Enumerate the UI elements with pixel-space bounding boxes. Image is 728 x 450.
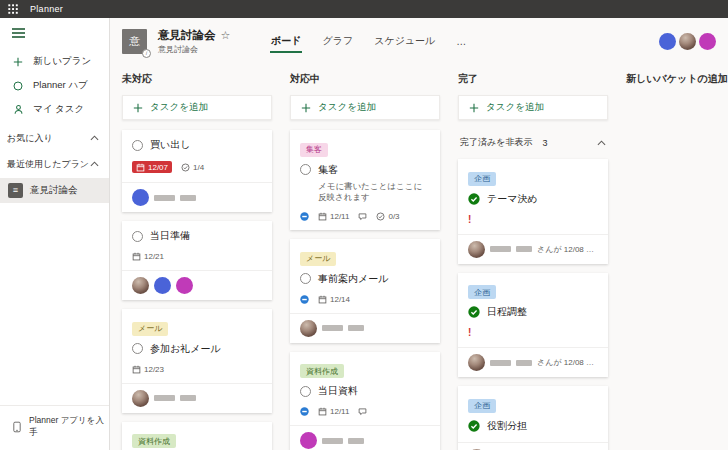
section-label: 最近使用したプラン [7,158,89,171]
tab-more[interactable]: … [455,31,467,52]
badge-row: 12/071/4 [132,161,262,173]
redacted-name [322,325,343,331]
priority-icon: ! [468,215,471,225]
task-card[interactable]: 買い出し12/071/4 [122,130,272,212]
board: 未対応タスクを追加買い出し12/071/4当日準備12/21メール参加お礼メール… [110,64,728,450]
favorite-star-icon[interactable]: ☆ [221,29,231,42]
bucket-title: 未対応 [122,72,272,86]
tab-charts[interactable]: グラフ [321,29,354,53]
add-bucket-button[interactable]: 新しいバケットの追加 [626,72,728,86]
completed-check-icon[interactable] [468,193,480,205]
due-date-badge: 12/11 [318,407,349,416]
card-footer [122,270,272,300]
task-title: 集客 [318,163,338,177]
bucket-title: 完了 [458,72,608,86]
badge-row: ! [468,215,598,225]
sidebar-item-label: マイ タスク [33,103,84,116]
task-title: 日程調整 [487,305,527,319]
task-complete-circle[interactable] [132,231,143,242]
completed-check-icon[interactable] [468,306,480,318]
card-footer [290,425,440,450]
member-avatar[interactable] [659,33,676,50]
task-card[interactable]: 当日準備12/21 [122,221,272,300]
add-task-button[interactable]: タスクを追加 [122,95,272,120]
card-footer [290,313,440,343]
hide-completed-label: 完了済みを非表示 [460,136,532,149]
get-planner-app-link[interactable]: Planner アプリを入手 [0,405,109,450]
task-title: 当日資料 [318,384,358,398]
plan-members[interactable] [659,33,716,50]
view-tabs: ボードグラフスケジュール… [270,29,467,53]
redacted-name [516,360,532,366]
task-card[interactable]: 企画日程調整!さんが 12/08 に完了... [458,273,608,378]
task-complete-circle[interactable] [132,140,143,151]
due-date-badge-overdue: 12/07 [132,161,172,173]
app-launcher-icon[interactable] [3,0,23,18]
checklist-badge: 0/3 [376,212,399,221]
badge-row: ! [468,328,598,338]
due-date-badge: 12/23 [132,365,164,374]
plan-subtitle: 意見討論会 [158,44,244,55]
hide-completed-toggle[interactable]: 完了済みを非表示3 [460,136,606,149]
member-avatar-photo[interactable] [679,33,696,50]
sidebar-section-favorites[interactable]: お気に入り [0,122,109,148]
add-task-button[interactable]: タスクを追加 [290,95,440,120]
task-complete-circle[interactable] [300,386,311,397]
sidebar-footer-label: Planner アプリを入手 [29,415,105,439]
card-footer [122,182,272,212]
note-icon [300,407,309,416]
card-footer: さんが 12/08 に完了... [458,442,608,450]
badge-row: 12/14 [300,295,430,304]
sidebar-section-recent-plans[interactable]: 最近使用したプラン [0,148,109,174]
task-card[interactable]: 資料作成報告用資料作成レビュー!12/250/2 [122,422,272,450]
redacted-name [490,360,511,366]
sidebar-item-my-tasks[interactable]: マイ タスク [0,98,109,122]
task-card[interactable]: 資料作成当日資料12/11 [290,352,440,450]
plus-icon [133,103,143,113]
info-icon[interactable]: i [142,49,151,58]
task-card[interactable]: 企画役割分担さんが 12/08 に完了... [458,386,608,450]
plan-icon: 意 i [122,29,147,54]
sidebar-item-planner-hub[interactable]: Planner ハブ [0,74,109,98]
note-icon [300,212,309,221]
due-date-badge: 12/14 [318,295,350,304]
task-complete-circle[interactable] [300,273,311,284]
task-card[interactable]: 集客集客メモに書いたことはここに反映されます12/110/3 [290,130,440,230]
card-list: 集客集客メモに書いたことはここに反映されます12/110/3メール事前案内メール… [290,130,440,450]
tab-board[interactable]: ボード [270,29,302,53]
sidebar-item-plan[interactable]: ≡意見討論会 [0,178,109,203]
tab-schedule[interactable]: スケジュール [373,29,436,53]
comment-icon [358,212,367,221]
task-card[interactable]: メール参加お礼メール12/23 [122,309,272,413]
plus-icon [12,56,24,68]
sidebar-item-new-plan[interactable]: 新しいプラン [0,50,109,74]
task-complete-circle[interactable] [300,164,311,175]
person-icon [12,104,24,116]
plan-thumb-icon: ≡ [8,183,23,198]
add-task-button[interactable]: タスクを追加 [458,95,608,120]
member-avatar [176,277,193,294]
redacted-name [180,395,196,401]
card-footer [122,383,272,413]
task-card[interactable]: 企画テーマ決め!さんが 12/08 に完了... [458,159,608,264]
app-name: Planner [30,4,63,14]
category-label: 企画 [468,399,496,413]
task-complete-circle[interactable] [132,343,143,354]
member-avatar[interactable] [699,33,716,50]
badge-row: 12/110/3 [300,212,430,221]
task-title: 役割分担 [487,419,527,433]
card-footer: さんが 12/08 に完了... [458,347,608,377]
bucket-column-completed: 完了タスクを追加完了済みを非表示3企画テーマ決め!さんが 12/08 に完了..… [458,66,608,450]
task-card[interactable]: メール事前案内メール12/14 [290,239,440,343]
menu-icon[interactable] [0,18,109,38]
checklist-badge: 1/4 [181,163,204,172]
category-label: 資料作成 [132,434,176,448]
category-label: メール [300,252,336,266]
member-avatar-photo [468,241,485,258]
category-label: 資料作成 [300,364,344,378]
badge-row: 12/21 [132,252,262,261]
card-list: 企画テーマ決め!さんが 12/08 に完了...企画日程調整!さんが 12/08… [458,159,608,450]
plan-title: 意見討論会 [158,28,216,43]
task-title: 事前案内メール [318,272,388,286]
completed-check-icon[interactable] [468,420,480,432]
